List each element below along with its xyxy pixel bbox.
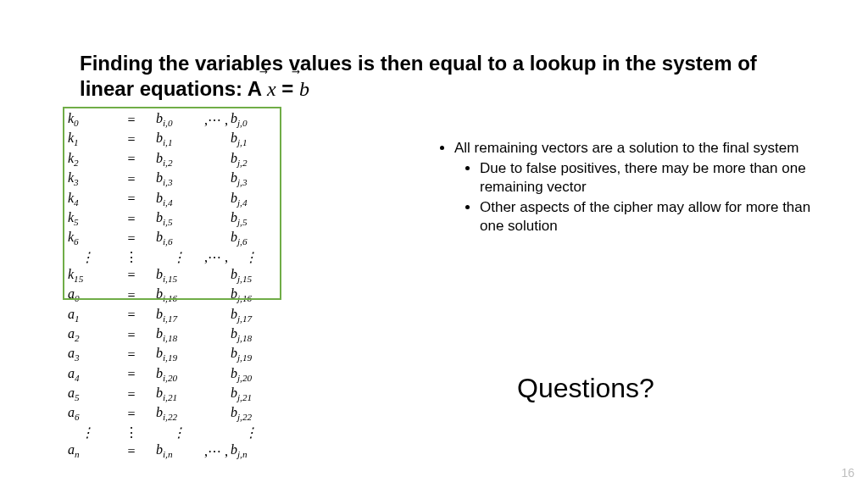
bi-cell: bi,6 (156, 229, 202, 248)
equals-cell: = (107, 385, 156, 404)
dots-cell: ,⋯ , (202, 441, 231, 461)
var-cell: k3 (68, 169, 107, 189)
bj-cell: bj,n (231, 441, 271, 461)
dots-cell (202, 345, 231, 364)
bj-cell: bj,19 (231, 345, 271, 364)
bj-cell: bj,20 (231, 365, 271, 385)
bj-cell: ⋮ (231, 424, 271, 441)
bj-cell: bj,16 (231, 286, 271, 305)
var-cell: a3 (68, 345, 107, 364)
questions-text: Questions? (517, 373, 654, 404)
equation-row: k4=bi,4bj,4 (68, 190, 271, 209)
var-cell: ⋮ (68, 249, 107, 266)
bi-cell: bi,21 (156, 385, 202, 404)
bi-cell: bi,4 (156, 190, 202, 209)
equals-cell: = (107, 306, 156, 325)
dots-cell (202, 365, 231, 385)
bi-cell: bi,22 (156, 404, 202, 424)
bi-cell: bi,2 (156, 150, 202, 169)
dots-cell (202, 190, 231, 209)
equation-system: k0=bi,0,⋯ ,bj,0k1=bi,1bj,1k2=bi,2bj,2k3=… (68, 110, 271, 461)
var-cell: k5 (68, 209, 107, 229)
equation-row: a2=bi,18bj,18 (68, 325, 271, 345)
equals-cell: = (107, 404, 156, 424)
var-cell: a1 (68, 306, 107, 325)
dots-cell (202, 209, 231, 229)
bj-cell: bj,21 (231, 385, 271, 404)
dots-cell (202, 130, 231, 149)
equation-row: k1=bi,1bj,1 (68, 130, 271, 149)
equals-cell: = (107, 169, 156, 189)
dots-cell (202, 169, 231, 189)
bi-cell: bi,19 (156, 345, 202, 364)
bullet-list: All remaining vectors are a solution to … (434, 139, 821, 237)
equation-table: k0=bi,0,⋯ ,bj,0k1=bi,1bj,1k2=bi,2bj,2k3=… (68, 110, 271, 461)
equals-cell: = (107, 365, 156, 385)
equation-row: k3=bi,3bj,3 (68, 169, 271, 189)
var-cell: a0 (68, 286, 107, 305)
bj-cell: bj,0 (231, 110, 271, 130)
dots-cell (202, 306, 231, 325)
bi-cell: bi,1 (156, 130, 202, 149)
bj-cell: bj,15 (231, 266, 271, 286)
dots-cell (202, 404, 231, 424)
equals-cell: = (107, 229, 156, 248)
equals-cell: = (107, 441, 156, 461)
bi-cell: ⋮ (156, 424, 202, 441)
equation-row: k0=bi,0,⋯ ,bj,0 (68, 110, 271, 130)
equals-cell: ⋮ (107, 249, 156, 266)
var-cell: k1 (68, 130, 107, 149)
equation-row: ⋮⋮⋮,⋯ ,⋮ (68, 249, 271, 266)
bj-cell: bj,6 (231, 229, 271, 248)
equals-cell: ⋮ (107, 424, 156, 441)
title-mid: = (276, 77, 299, 100)
bj-cell: bj,4 (231, 190, 271, 209)
var-cell: ⋮ (68, 424, 107, 441)
equation-row: k15=bi,15bj,15 (68, 266, 271, 286)
equals-cell: = (107, 345, 156, 364)
slide: Finding the variables values is then equ… (0, 0, 868, 488)
equation-row: a0=bi,16bj,16 (68, 286, 271, 305)
var-cell: an (68, 441, 107, 461)
var-cell: k6 (68, 229, 107, 248)
bi-cell: bi,0 (156, 110, 202, 130)
bi-cell: bi,16 (156, 286, 202, 305)
dots-cell (202, 325, 231, 345)
var-cell: a4 (68, 365, 107, 385)
dots-cell: ,⋯ , (202, 110, 231, 130)
bj-cell: bj,1 (231, 130, 271, 149)
bullet-1: Due to false positives, there may be mor… (480, 159, 821, 197)
bj-cell: bj,2 (231, 150, 271, 169)
bullet-2: Other aspects of the cipher may allow fo… (480, 198, 821, 236)
equation-row: a3=bi,19bj,19 (68, 345, 271, 364)
xvec: ⃗x (267, 76, 276, 102)
equals-cell: = (107, 209, 156, 229)
var-cell: k15 (68, 266, 107, 286)
bj-cell: bj,18 (231, 325, 271, 345)
page-number: 16 (841, 466, 854, 480)
dots-cell (202, 286, 231, 305)
bi-cell: bi,15 (156, 266, 202, 286)
equation-row: a1=bi,17bj,17 (68, 306, 271, 325)
equation-row: ⋮⋮⋮⋮ (68, 424, 271, 441)
bi-cell: bi,20 (156, 365, 202, 385)
equation-row: a6=bi,22bj,22 (68, 404, 271, 424)
dots-cell (202, 424, 231, 441)
equation-row: a4=bi,20bj,20 (68, 365, 271, 385)
equals-cell: = (107, 110, 156, 130)
equation-row: k2=bi,2bj,2 (68, 150, 271, 169)
var-cell: a6 (68, 404, 107, 424)
equation-row: k5=bi,5bj,5 (68, 209, 271, 229)
equation-row: a5=bi,21bj,21 (68, 385, 271, 404)
bj-cell: bj,3 (231, 169, 271, 189)
equals-cell: = (107, 190, 156, 209)
dots-cell (202, 385, 231, 404)
bj-cell: bj,17 (231, 306, 271, 325)
var-cell: k4 (68, 190, 107, 209)
bj-cell: bj,22 (231, 404, 271, 424)
bi-cell: bi,3 (156, 169, 202, 189)
title-pre: Finding the variables values is then equ… (80, 52, 757, 100)
dots-cell (202, 266, 231, 286)
equals-cell: = (107, 130, 156, 149)
equals-cell: = (107, 325, 156, 345)
